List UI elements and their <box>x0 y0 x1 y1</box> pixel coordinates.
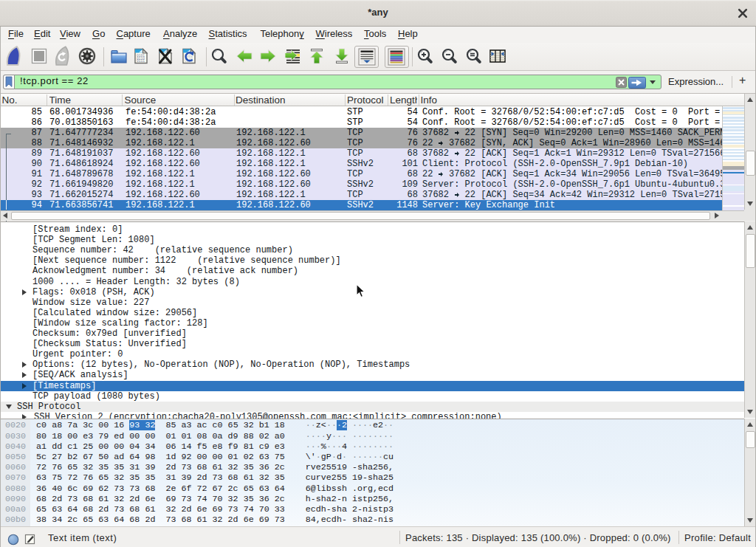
svg-text:0111: 0111 <box>137 59 145 63</box>
